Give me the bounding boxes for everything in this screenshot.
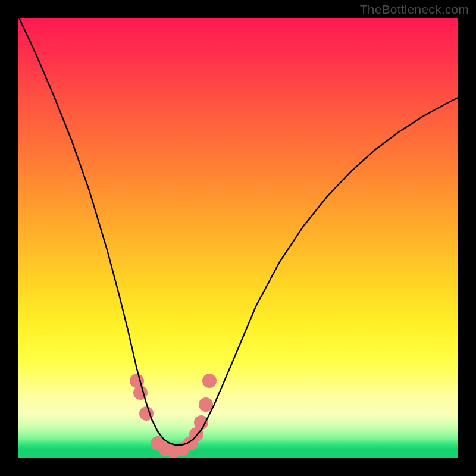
highlight-dot bbox=[194, 415, 208, 430]
chart-frame: TheBottleneck.com bbox=[0, 0, 476, 476]
bottleneck-curve bbox=[19, 18, 458, 445]
highlight-dot bbox=[199, 397, 213, 412]
highlight-dots bbox=[130, 374, 217, 458]
curve-layer bbox=[18, 18, 458, 458]
watermark-text: TheBottleneck.com bbox=[360, 2, 469, 17]
plot-area bbox=[18, 18, 458, 458]
highlight-dot bbox=[202, 374, 217, 388]
